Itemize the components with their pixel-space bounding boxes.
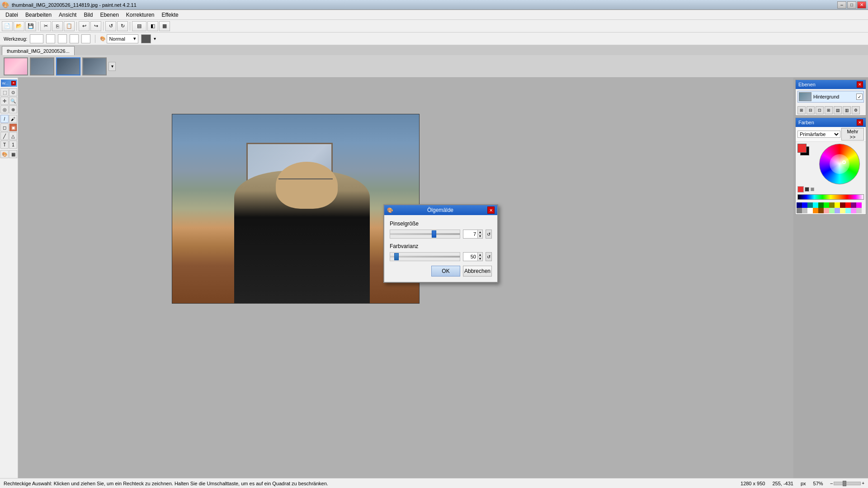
secondary-color-dot[interactable] bbox=[805, 187, 809, 192]
pinselgroesse-value[interactable]: 7 bbox=[463, 230, 477, 239]
tool-opt2[interactable] bbox=[58, 34, 67, 43]
palette-color-cell[interactable] bbox=[818, 202, 824, 208]
menu-effekte[interactable]: Effekte bbox=[158, 10, 182, 19]
menu-ebenen[interactable]: Ebenen bbox=[96, 10, 122, 19]
toolbar-rotate-left[interactable]: ↺ bbox=[105, 21, 116, 31]
tool-zoom[interactable]: 🔍 bbox=[9, 97, 17, 105]
palette-color-cell[interactable] bbox=[835, 208, 840, 213]
toolbar-extras2[interactable]: ◧ bbox=[147, 21, 158, 31]
palette-color-cell[interactable] bbox=[807, 202, 813, 208]
tool-number[interactable]: 1 bbox=[9, 141, 17, 149]
layer-tool-7[interactable]: ⚙ bbox=[852, 106, 860, 114]
dropdown-arrow2[interactable]: ▾ bbox=[154, 36, 156, 41]
ok-button[interactable]: OK bbox=[431, 266, 460, 277]
palette-color-cell[interactable] bbox=[824, 202, 829, 208]
tool-opt1[interactable] bbox=[46, 34, 55, 43]
toolbar-extras1[interactable]: ▤ bbox=[132, 21, 146, 31]
palette-color-cell[interactable] bbox=[824, 208, 829, 213]
layer-tool-5[interactable]: ▤ bbox=[834, 106, 842, 114]
zoom-plus-icon[interactable]: + bbox=[862, 481, 864, 486]
layer-tool-3[interactable]: ⊡ bbox=[816, 106, 824, 114]
close-button[interactable]: ✕ bbox=[857, 1, 866, 9]
palette-color-cell[interactable] bbox=[797, 208, 802, 213]
palette-color-cell[interactable] bbox=[802, 208, 807, 213]
color-wheel[interactable] bbox=[819, 144, 860, 184]
foreground-color-swatch[interactable] bbox=[797, 144, 807, 153]
layer-row-background[interactable]: Hintergrund ✓ bbox=[797, 91, 864, 103]
layer-tool-6[interactable]: ▥ bbox=[843, 106, 851, 114]
thumb-3[interactable] bbox=[56, 57, 80, 75]
palette-color-cell[interactable] bbox=[818, 208, 824, 213]
palette-color-cell[interactable] bbox=[845, 208, 851, 213]
primary-color-dot[interactable] bbox=[797, 186, 804, 192]
blend-mode-dropdown[interactable]: Normal ▾ bbox=[107, 34, 138, 43]
palette-color-cell[interactable] bbox=[840, 202, 845, 208]
thumb-2[interactable] bbox=[30, 57, 54, 75]
toolbox-close[interactable]: ✕ bbox=[11, 81, 16, 85]
layer-tool-4[interactable]: ⊞ bbox=[825, 106, 833, 114]
menu-datei[interactable]: Datei bbox=[2, 10, 22, 19]
tool-opt4[interactable] bbox=[81, 34, 90, 43]
tool-color-box[interactable] bbox=[141, 34, 151, 43]
tool-line[interactable]: ╱ bbox=[0, 132, 9, 140]
tab-thumbnail[interactable]: thumbnail_IMG_20200526... bbox=[2, 46, 75, 55]
menu-bearbeiten[interactable]: Bearbeiten bbox=[22, 10, 55, 19]
tool-opt3[interactable] bbox=[70, 34, 79, 43]
palette-color-cell[interactable] bbox=[813, 208, 818, 213]
palette-color-cell[interactable] bbox=[829, 202, 835, 208]
dialog-close-button[interactable]: ✕ bbox=[487, 206, 495, 214]
toolbar-save[interactable]: 💾 bbox=[25, 21, 36, 31]
zoom-slider[interactable] bbox=[834, 482, 861, 485]
tool-lasso[interactable]: ⊙ bbox=[9, 88, 17, 96]
palette-color-cell[interactable] bbox=[851, 202, 856, 208]
tool-magic-wand[interactable]: ◎ bbox=[0, 105, 9, 113]
pinselgroesse-up[interactable]: ▲ bbox=[478, 230, 482, 235]
maximize-button[interactable]: □ bbox=[847, 1, 856, 9]
colors-mode-select[interactable]: Primärfarbe Sekundärfarbe bbox=[797, 131, 840, 138]
tool-color-picker[interactable]: 🎨 bbox=[0, 150, 9, 158]
toolbar-open[interactable]: 📂 bbox=[14, 21, 24, 31]
farbvarianz-reset[interactable]: ↺ bbox=[486, 252, 492, 261]
tool-fill[interactable]: ▣ bbox=[9, 123, 17, 131]
tool-gradient[interactable]: ▦ bbox=[9, 150, 17, 158]
palette-color-cell[interactable] bbox=[829, 208, 835, 213]
tool-size-box[interactable] bbox=[30, 34, 43, 43]
zoom-minus-icon[interactable]: – bbox=[830, 481, 833, 486]
toolbar-copy[interactable]: ⎘ bbox=[52, 21, 63, 31]
farbvarianz-up[interactable]: ▲ bbox=[478, 253, 482, 257]
palette-color-cell[interactable] bbox=[856, 208, 862, 213]
palette-color-cell[interactable] bbox=[840, 208, 845, 213]
toolbar-rotate-right[interactable]: ↻ bbox=[117, 21, 128, 31]
tool-text[interactable]: T bbox=[0, 141, 9, 149]
farbvarianz-slider[interactable] bbox=[390, 252, 460, 261]
menu-bild[interactable]: Bild bbox=[80, 10, 96, 19]
farbvarianz-thumb[interactable] bbox=[394, 253, 399, 260]
tool-eraser[interactable]: ◻ bbox=[0, 123, 9, 131]
toolbar-redo[interactable]: ↪ bbox=[90, 21, 101, 31]
toolbar-new[interactable]: 📄 bbox=[2, 21, 13, 31]
minimize-button[interactable]: – bbox=[837, 1, 846, 9]
color-spectrum-bar[interactable] bbox=[797, 194, 864, 200]
palette-color-cell[interactable] bbox=[802, 202, 807, 208]
layer-visibility-check[interactable]: ✓ bbox=[856, 94, 863, 100]
palette-color-cell[interactable] bbox=[807, 208, 813, 213]
layer-tool-2[interactable]: ⊟ bbox=[807, 106, 815, 114]
tool-pencil[interactable]: / bbox=[0, 115, 9, 123]
thumbnail-more-btn[interactable]: ▾ bbox=[108, 62, 116, 71]
menu-korrekturen[interactable]: Korrekturen bbox=[123, 10, 158, 19]
tool-move[interactable]: ✛ bbox=[0, 97, 9, 105]
tool-rectangle-select[interactable]: ⬚ bbox=[0, 88, 9, 96]
toolbar-paste[interactable]: 📋 bbox=[64, 21, 75, 31]
canvas-area[interactable]: 🎨 Ölgemälde ✕ Pinselgröße 7 ▲ ▼ bbox=[18, 78, 793, 478]
cancel-button[interactable]: Abbrechen bbox=[463, 266, 492, 277]
tool-shapes[interactable]: △ bbox=[9, 132, 17, 140]
palette-color-cell[interactable] bbox=[856, 202, 862, 208]
palette-color-cell[interactable] bbox=[845, 202, 851, 208]
colors-close-button[interactable]: ✕ bbox=[857, 119, 863, 126]
toolbar-cut[interactable]: ✂ bbox=[40, 21, 51, 31]
thumb-1[interactable] bbox=[4, 57, 28, 75]
palette-color-cell[interactable] bbox=[835, 202, 840, 208]
pinselgroesse-slider[interactable] bbox=[390, 230, 460, 239]
zoom-thumb[interactable] bbox=[843, 481, 846, 486]
farbvarianz-value[interactable]: 50 bbox=[463, 252, 477, 261]
